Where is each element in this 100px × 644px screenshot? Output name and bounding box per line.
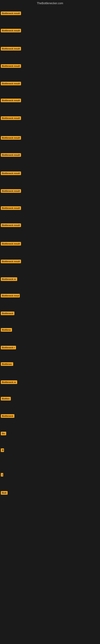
bottleneck-badge: Bottlen [1, 397, 11, 400]
bottleneck-item[interactable]: Bottlen [1, 397, 11, 401]
bottleneck-item[interactable]: Bottleneck result [1, 47, 21, 51]
bottleneck-badge: Bottleneck result [1, 189, 21, 193]
bottleneck-item[interactable]: B [1, 448, 4, 453]
bottleneck-item[interactable]: Bottleneck r [1, 346, 16, 350]
bottleneck-badge: Bottleneck result [1, 153, 21, 157]
bottleneck-item[interactable]: Bottleneck result [1, 98, 21, 103]
bottleneck-item[interactable]: Bottleneck result [1, 153, 21, 158]
bottleneck-badge: Bottlene [1, 328, 12, 332]
bottleneck-item[interactable]: Bott [1, 491, 8, 496]
bottleneck-item[interactable]: Bottleneck result [1, 242, 21, 246]
bottleneck-item[interactable]: Bottleneck [1, 312, 14, 316]
bottleneck-item[interactable]: Bottleneck re [1, 380, 17, 385]
bottleneck-item[interactable]: Bottleneck result [1, 260, 21, 264]
bottleneck-badge: Bottleneck r [1, 346, 16, 349]
bottleneck-badge: Bottleneck result [1, 98, 21, 102]
bottleneck-badge: Bottleneck result [1, 242, 21, 246]
bottleneck-item[interactable]: Bottleneck result [1, 172, 21, 176]
bottleneck-badge: Bottleneck resul [1, 294, 20, 298]
bottleneck-badge: Bottleneck [1, 312, 14, 315]
bottleneck-item[interactable]: Bottleneck result [1, 206, 21, 211]
bottleneck-badge: Bo [1, 432, 6, 435]
bottleneck-badge: Bottleneck result [1, 136, 21, 140]
bottleneck-item[interactable]: Bottleneck [1, 414, 14, 418]
bottleneck-badge: Bottleneck result [1, 206, 21, 210]
bottleneck-item[interactable]: Bottleneck result [1, 29, 21, 33]
bottleneck-item[interactable]: Bottleneck result [1, 189, 21, 194]
bottleneck-item[interactable]: Bottleneck result [1, 116, 21, 121]
bottleneck-badge: Bottleneck re [1, 277, 17, 281]
bottleneck-item[interactable]: Bottleneck result [1, 136, 21, 140]
bottleneck-badge: | [1, 473, 3, 476]
bottleneck-badge: Bottleneck result [1, 172, 21, 175]
bottleneck-badge: Bottlenec [1, 362, 13, 366]
site-title: TheBottlenecker.com [0, 0, 100, 6]
site-header: TheBottlenecker.com [0, 0, 100, 6]
bottleneck-badge: Bottleneck result [1, 29, 21, 32]
bottleneck-badge: B [1, 448, 4, 452]
bottleneck-item[interactable]: Bo [1, 432, 6, 436]
bottleneck-badge: Bottleneck re [1, 380, 17, 384]
bottleneck-badge: Bottleneck result [1, 47, 21, 50]
bottleneck-item[interactable]: Bottleneck resul [1, 294, 20, 298]
bottleneck-item[interactable]: | [1, 473, 3, 477]
bottleneck-item[interactable]: Bottleneck result [1, 12, 21, 16]
bottleneck-item[interactable]: Bottlenec [1, 362, 13, 367]
bottleneck-badge: Bottleneck result [1, 260, 21, 263]
bottleneck-badge: Bottleneck result [1, 82, 21, 85]
bottleneck-badge: Bottleneck result [1, 64, 21, 68]
bottleneck-badge: Bottleneck result [1, 12, 21, 15]
bottleneck-item[interactable]: Bottleneck result [1, 82, 21, 86]
bottleneck-badge: Bottleneck [1, 414, 14, 418]
bottleneck-badge: Bottleneck result [1, 224, 21, 227]
bottleneck-item[interactable]: Bottleneck result [1, 64, 21, 69]
bottleneck-item[interactable]: Bottlene [1, 328, 12, 332]
bottleneck-item[interactable]: Bottleneck result [1, 224, 21, 228]
bottleneck-badge: Bottleneck result [1, 116, 21, 120]
bottleneck-badge: Bott [1, 491, 8, 495]
bottleneck-item[interactable]: Bottleneck re [1, 277, 17, 282]
